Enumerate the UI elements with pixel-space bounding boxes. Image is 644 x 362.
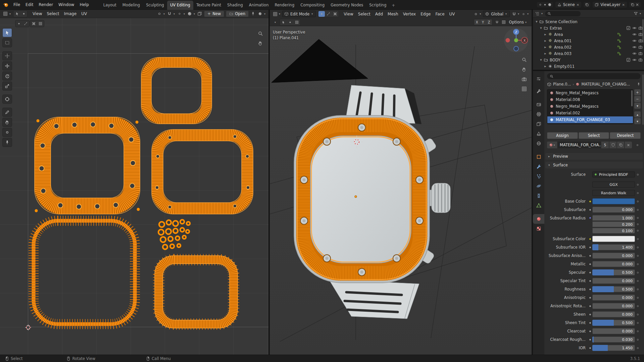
surface-section-header[interactable]: ▾Surface bbox=[545, 162, 643, 168]
camera-icon[interactable] bbox=[638, 45, 643, 49]
decorator-dot[interactable] bbox=[637, 297, 639, 299]
transform-orientation-selector[interactable]: Global ▾ bbox=[483, 11, 510, 17]
eye-icon[interactable] bbox=[632, 32, 637, 37]
properties-search-input[interactable] bbox=[547, 73, 641, 79]
workspace-tab-shading[interactable]: Shading bbox=[224, 1, 246, 10]
decorator-dot[interactable] bbox=[637, 289, 639, 290]
viewport-canvas[interactable]: User Perspective (1) Plane.041 bbox=[270, 26, 532, 355]
decorator-dot[interactable] bbox=[637, 230, 639, 231]
browse-image-icon[interactable] bbox=[196, 11, 203, 17]
decorator-dot[interactable] bbox=[637, 347, 639, 349]
decorator-dot[interactable] bbox=[637, 314, 639, 315]
menu-window[interactable]: Window bbox=[56, 1, 77, 8]
tool-transform[interactable] bbox=[2, 95, 12, 104]
add-slot-button[interactable]: + bbox=[634, 89, 641, 95]
decorator-dot[interactable] bbox=[637, 263, 639, 265]
viewport-menu-mesh[interactable]: Mesh bbox=[385, 11, 401, 17]
expand-arrow[interactable]: ▶ bbox=[543, 65, 547, 68]
watch-case[interactable] bbox=[294, 115, 430, 283]
overlay-extra-icon[interactable] bbox=[500, 19, 507, 25]
new-viewlayer-icon[interactable] bbox=[631, 3, 635, 7]
mode-selector[interactable]: Edit Mode ▾ bbox=[282, 11, 316, 17]
editor-type-button[interactable] bbox=[272, 11, 279, 17]
menu-help[interactable]: Help bbox=[77, 1, 91, 8]
decorator-dot[interactable] bbox=[637, 255, 639, 257]
slider-clearcoat[interactable]: 0.000 bbox=[592, 328, 635, 334]
slider-specular-tint[interactable]: 0.000 bbox=[592, 278, 635, 284]
editor-type-button[interactable] bbox=[535, 11, 540, 16]
uv-island-strap-ring[interactable] bbox=[34, 221, 135, 324]
material-name-field[interactable]: MATERIAL_FOR_CHA... bbox=[558, 142, 601, 148]
menu-edit[interactable]: Edit bbox=[23, 1, 36, 8]
workspace-tab-sculpting[interactable]: Sculpting bbox=[143, 1, 167, 10]
properties-tab-render[interactable] bbox=[533, 100, 544, 109]
decorator-dot[interactable] bbox=[637, 322, 639, 324]
expand-arrow[interactable]: ▶ bbox=[543, 40, 547, 42]
properties-tab-material[interactable] bbox=[533, 214, 544, 224]
scene-selector[interactable]: Scene ✕ bbox=[555, 2, 581, 8]
outliner-row-area-003[interactable]: ▶Area.003 bbox=[533, 50, 644, 57]
new-scene-icon[interactable] bbox=[585, 3, 589, 7]
decorator-dot[interactable] bbox=[637, 184, 639, 186]
workspace-tab-geometry-nodes[interactable]: Geometry Nodes bbox=[328, 1, 366, 10]
new-material-button[interactable] bbox=[617, 142, 624, 148]
breadcrumb-material[interactable]: MATERIAL_FOR_CHANG... bbox=[581, 82, 630, 87]
decorator-dot[interactable] bbox=[637, 330, 639, 332]
expand-arrow[interactable]: ▼ bbox=[539, 27, 543, 30]
properties-tab-texture[interactable] bbox=[533, 224, 544, 234]
uv-edge-select-icon[interactable] bbox=[22, 21, 29, 27]
browse-material-button[interactable]: ▾ bbox=[547, 142, 557, 148]
uv-menu-view[interactable]: View bbox=[30, 10, 44, 17]
uv-island-bezel-top[interactable] bbox=[141, 57, 212, 124]
surface-shader-selector[interactable]: Principled BSDF bbox=[592, 171, 635, 177]
decorator-dot[interactable] bbox=[637, 238, 639, 240]
slider-ior[interactable]: 1.450 bbox=[592, 345, 635, 351]
breadcrumb-object[interactable]: Plane.0... bbox=[553, 82, 571, 87]
select-button[interactable]: Select bbox=[579, 132, 609, 139]
material-shading-icon[interactable] bbox=[548, 3, 552, 7]
slider-sheen-tint[interactable]: 0.500 bbox=[592, 320, 635, 326]
workspace-tab-modeling[interactable]: Modeling bbox=[119, 1, 143, 10]
outliner-item-label[interactable]: Area.003 bbox=[554, 51, 572, 56]
navigation-gizmo[interactable]: Z X bbox=[503, 28, 529, 54]
tool-pin[interactable] bbox=[2, 138, 12, 147]
outliner-item-label[interactable]: Area.002 bbox=[554, 45, 572, 50]
outliner-item-label[interactable]: Area bbox=[554, 32, 563, 37]
new-image-button[interactable]: +New bbox=[204, 11, 224, 17]
workspace-tab-scripting[interactable]: Scripting bbox=[366, 1, 389, 10]
open-image-button[interactable]: Open bbox=[226, 11, 249, 17]
preview-section-header[interactable]: ▸Preview bbox=[545, 153, 643, 160]
properties-tab-physics[interactable] bbox=[533, 181, 544, 191]
display-mode-icons[interactable] bbox=[537, 2, 553, 7]
scene-buttons[interactable] bbox=[584, 2, 590, 7]
deselect-button[interactable]: Deselect bbox=[610, 132, 641, 139]
uv-face-select-icon[interactable] bbox=[31, 21, 37, 27]
slider-anisotropic-rota[interactable]: 0.000 bbox=[592, 303, 635, 309]
expand-arrow[interactable]: ▶ bbox=[543, 52, 547, 55]
tool-grab[interactable] bbox=[2, 118, 12, 127]
viewlayer-buttons[interactable] bbox=[629, 2, 641, 7]
number-field[interactable]: 0.200 bbox=[592, 221, 635, 227]
properties-tab-tool[interactable] bbox=[533, 86, 544, 96]
uv-select-mode-icon[interactable] bbox=[20, 11, 27, 17]
outliner-row-area-002[interactable]: ▶Area.002 bbox=[533, 44, 644, 50]
gizmo-z-label[interactable]: Z bbox=[515, 31, 517, 34]
viewport-camera-icon[interactable] bbox=[522, 76, 527, 82]
properties-tab-output[interactable] bbox=[533, 109, 544, 119]
decorator-dot[interactable] bbox=[637, 174, 639, 175]
menu-file[interactable]: File bbox=[11, 1, 23, 8]
solid-shading-icon[interactable] bbox=[543, 3, 547, 7]
properties-tab-modifiers[interactable] bbox=[533, 162, 544, 171]
camera-icon[interactable] bbox=[638, 58, 643, 62]
proportional-edit-icon[interactable] bbox=[176, 11, 183, 17]
viewport-grid-icon[interactable] bbox=[522, 86, 527, 92]
material-slot-material-008[interactable]: Material.008 bbox=[547, 96, 633, 103]
eye-icon[interactable] bbox=[632, 51, 637, 56]
properties-tab-constraints[interactable] bbox=[533, 191, 544, 201]
workspace-tab-uv-editing[interactable]: UV Editing bbox=[167, 1, 193, 10]
subsurface-method-dropdown[interactable]: Random Walk bbox=[592, 190, 635, 196]
uv-menu-select[interactable]: Select bbox=[45, 10, 62, 17]
snap-icon[interactable] bbox=[166, 11, 173, 17]
edge-select-button[interactable] bbox=[325, 11, 332, 17]
pivot-point-icon[interactable] bbox=[473, 11, 479, 17]
